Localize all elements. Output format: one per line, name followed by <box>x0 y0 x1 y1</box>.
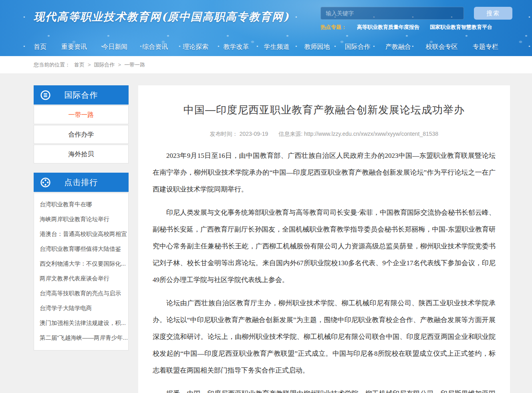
nav-item[interactable]: 首页 <box>34 43 46 51</box>
hot-topics: 热点专题： 高等职业教育质量年度报告国家职业教育智慧教育平台 <box>320 24 492 31</box>
article-panel: 中国—印度尼西亚职业教育产教融合创新发展论坛成功举办 发布时间： 2023-09… <box>138 85 510 393</box>
search-button[interactable]: 搜索 <box>474 7 512 20</box>
sidebar-ranking-item[interactable]: 两岸文教界代表座谈会举行 <box>34 271 128 286</box>
breadcrumb-separator: > <box>118 62 121 68</box>
article-meta: 发布时间： 2023-09-19 信息来源: http://www.lzzy.e… <box>153 131 496 138</box>
sidebar-category-items: 一带一路合作办学海外拾贝 <box>34 105 129 163</box>
sidebar-ranking-item[interactable]: 澳门加强相关法律法规建设，积... <box>34 316 128 331</box>
sidebar-ranking-item[interactable]: 台湾职业教育哪些值得大陆借鉴 <box>34 242 128 256</box>
nav-item[interactable]: 校联会专区 <box>426 43 458 51</box>
breadcrumb-separator: > <box>88 62 91 68</box>
info-source: 信息来源: http://www.lzzy.edu.cn/xwzx/xww/xy… <box>278 131 438 137</box>
sidebar-ranking-item[interactable]: 港澳台：普通高校职业高校两相宜 <box>34 227 128 242</box>
breadcrumb-item-wrap: 国际合作 > <box>94 61 125 69</box>
search-input[interactable] <box>320 7 464 20</box>
article-paragraph: 印尼人类发展与文化事务统筹部职业教育与高等教育司司长安曼·索菲，中国教育国际交流… <box>153 204 496 288</box>
nav-item[interactable]: 学生频道 <box>264 43 289 51</box>
nav-item[interactable]: 综合资讯 <box>142 43 168 51</box>
sidebar-ranking-item[interactable]: 台湾职业教育牛在哪 <box>34 197 128 212</box>
article-paragraph: 2023年9月15日至16日，由中国教育部、广西壮族自治区人民政府主办的2023… <box>153 147 496 198</box>
page-layout: 国际合作 一带一路合作办学海外拾贝 点击排行 <box>34 85 510 393</box>
nav-item[interactable]: 国际合作 <box>345 43 371 51</box>
breadcrumb-item[interactable]: 国际合作 <box>94 61 115 69</box>
breadcrumb-label: 您当前的位置： <box>34 61 70 69</box>
hot-topics-label: 热点专题： <box>320 24 347 31</box>
diamonds-circle-icon <box>40 177 51 188</box>
main-nav: 首页重要资讯今日新闻综合资讯理论探索教学改革学生频道教师园地国际合作产教融合校联… <box>34 38 498 56</box>
nav-item[interactable]: 专题专栏 <box>473 43 498 51</box>
site-banner: 现代高等职业技术教育网(原中国高职高专教育网) 搜索 热点专题： 高等职业教育质… <box>0 0 532 56</box>
article-body: 2023年9月15日至16日，由中国教育部、广西壮族自治区人民政府主办的2023… <box>153 147 496 393</box>
sidebar-category-item[interactable]: 海外拾贝 <box>34 145 129 163</box>
breadcrumb-item[interactable]: 首页 <box>74 61 85 69</box>
nav-item[interactable]: 今日新闻 <box>102 43 127 51</box>
sidebar-ranking-item[interactable]: 海峡两岸职业教育论坛举行 <box>34 212 128 227</box>
hot-topic-link[interactable]: 高等职业教育质量年度报告 <box>357 24 419 31</box>
sidebar-ranking-block: 点击排行 台湾职业教育牛在哪海峡两岸职业教育论坛举行港澳台：普通高校职业高校两相… <box>34 173 129 351</box>
breadcrumb-item[interactable]: 一带一路 <box>124 61 145 69</box>
breadcrumb: 您当前的位置： 首页 > 国际合作 > 一带一路 <box>0 56 532 73</box>
nav-item[interactable]: 理论探索 <box>183 43 208 51</box>
list-circle-icon <box>40 90 51 101</box>
sidebar: 国际合作 一带一路合作办学海外拾贝 点击排行 <box>34 85 129 360</box>
sidebar-ranking-item[interactable]: 第二届“飞越海峡——两岸青少年... <box>34 331 128 345</box>
sidebar-ranking-header: 点击排行 <box>34 173 129 192</box>
article-title: 中国—印度尼西亚职业教育产教融合创新发展论坛成功举办 <box>153 103 496 117</box>
sidebar-category-item[interactable]: 一带一路 <box>34 105 129 124</box>
sidebar-category-block: 国际合作 一带一路合作办学海外拾贝 <box>34 85 129 163</box>
breadcrumb-items: 首页 > 国际合作 > 一带一路 <box>74 61 145 69</box>
nav-item[interactable]: 重要资讯 <box>61 43 87 51</box>
nav-item[interactable]: 教师园地 <box>304 43 330 51</box>
hot-topics-links: 高等职业教育质量年度报告国家职业教育智慧教育平台 <box>357 24 492 31</box>
breadcrumb-item-wrap: 一带一路 <box>124 61 145 69</box>
sidebar-category-item[interactable]: 合作办学 <box>34 125 129 144</box>
publish-time: 发布时间： 2023-09-19 <box>210 131 268 137</box>
sidebar-ranking-list: 台湾职业教育牛在哪海峡两岸职业教育论坛举行港澳台：普通高校职业高校两相宜台湾职业… <box>34 193 129 351</box>
breadcrumb-item-wrap: 首页 > <box>74 61 94 69</box>
nav-item[interactable]: 产教融合 <box>385 43 411 51</box>
site-logo: 现代高等职业技术教育网(原中国高职高专教育网) <box>34 10 290 24</box>
article-paragraph: 据悉，中国—印度尼西亚职业教育产教联盟由柳州职业技术学院、柳工机械印尼有限公司、… <box>153 385 496 393</box>
sidebar-ranking-item[interactable]: 西交利物浦大学：不仅要国际化... <box>34 256 128 271</box>
article-paragraph: 论坛由广西壮族自治区教育厅主办，柳州职业技术学院、柳工机械印尼有限公司、陕西工业… <box>153 295 496 379</box>
nav-item[interactable]: 教学改革 <box>223 43 249 51</box>
sidebar-ranking-item[interactable]: 台湾学子大陆学电商 <box>34 301 128 316</box>
sidebar-ranking-item[interactable]: 台湾高等技职教育的亮点与启示 <box>34 286 128 301</box>
sidebar-category-header: 国际合作 <box>34 85 129 105</box>
hot-topic-link[interactable]: 国家职业教育智慧教育平台 <box>430 24 492 31</box>
